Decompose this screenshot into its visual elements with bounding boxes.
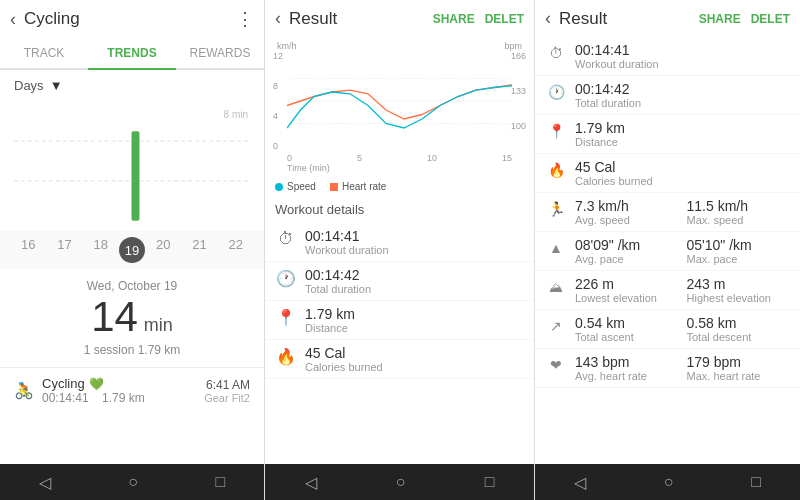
filter-dropdown[interactable]: ▼: [50, 78, 63, 93]
workout-item-distance: 📍 1.79 km Distance: [265, 301, 534, 340]
chart2-svg: [287, 51, 512, 151]
result-speedometer-icon: 🏃: [545, 198, 567, 220]
panel2-header: ‹ Result SHARE DELET: [265, 0, 534, 37]
chart2-x-0: 0: [287, 153, 292, 163]
date-19-selected[interactable]: 19: [119, 237, 145, 263]
result-dist-label: Distance: [575, 136, 790, 148]
result-descent-col: 0.58 km Total descent: [679, 315, 791, 343]
result-items: ⏱ 00:14:41 Workout duration 🕐 00:14:42 T…: [535, 37, 800, 464]
result-maxhr-value: 179 bpm: [687, 354, 791, 370]
result-duration-label: Workout duration: [575, 58, 790, 70]
panel1-bottom-nav: ◁ ○ □: [0, 464, 264, 500]
date-22[interactable]: 22: [218, 237, 254, 263]
panel2-back-icon[interactable]: ‹: [275, 8, 281, 29]
chart2-y-8: 8: [273, 81, 283, 91]
fire-icon: 🔥: [275, 345, 297, 367]
chart2-y-12: 12: [273, 51, 283, 61]
panel3-title: Result: [559, 9, 699, 29]
date-nav: 16 17 18 19 20 21 22: [0, 231, 264, 269]
result-avghr-value: 143 bpm: [575, 354, 679, 370]
result-avghr-col: 143 bpm Avg. heart rate: [575, 354, 679, 382]
result-avgspeed-value: 7.3 km/h: [575, 198, 679, 214]
stats-unit: min: [144, 315, 173, 336]
pin-icon: 📍: [275, 306, 297, 328]
workout-calories-info: 45 Cal Calories burned: [305, 345, 383, 373]
chart2-y-100: 100: [511, 121, 526, 131]
panel3-actions: SHARE DELET: [699, 12, 790, 26]
session-source: Gear Fit2: [204, 392, 250, 404]
result-maxhr-col: 179 bpm Max. heart rate: [679, 354, 791, 382]
workout-distance-info: 1.79 km Distance: [305, 306, 355, 334]
nav-back-icon[interactable]: ◁: [39, 473, 51, 492]
panel3-nav-apps-icon[interactable]: □: [751, 473, 761, 491]
result-ascent: ↗ 0.54 km Total ascent 0.58 km Total des…: [535, 310, 800, 349]
panel2-nav-apps-icon[interactable]: □: [485, 473, 495, 491]
stats-date: Wed, October 19: [14, 279, 250, 293]
panel3-nav-back-icon[interactable]: ◁: [574, 473, 586, 492]
nav-home-icon[interactable]: ○: [128, 473, 138, 491]
chart2-y-166: 166: [511, 51, 526, 61]
panel3-bottom-nav: ◁ ○ □: [535, 464, 800, 500]
panel1-back-icon[interactable]: ‹: [10, 9, 16, 30]
chart2-y-label-kmh: km/h: [277, 41, 297, 51]
result-maxspeed-label: Max. speed: [687, 214, 791, 226]
result-maxspeed-value: 11.5 km/h: [687, 198, 791, 214]
session-title: Cycling: [42, 376, 85, 391]
tab-trends[interactable]: TRENDS: [88, 38, 176, 70]
panel2-bottom-nav: ◁ ○ □: [265, 464, 534, 500]
date-21[interactable]: 21: [181, 237, 217, 263]
result-ascent-value: 0.54 km: [575, 315, 679, 331]
result-lowestelev-col: 226 m Lowest elevation: [575, 276, 679, 304]
result-maxpace-value: 05'10" /km: [687, 237, 791, 253]
session-time: 6:41 AM Gear Fit2: [204, 378, 250, 404]
result-cal-label: Calories burned: [575, 175, 790, 187]
session-distance: 1.79 km: [102, 391, 145, 405]
date-17[interactable]: 17: [46, 237, 82, 263]
result-descent-label: Total descent: [687, 331, 791, 343]
chart2-y-133: 133: [511, 86, 526, 96]
date-20[interactable]: 20: [145, 237, 181, 263]
tab-track[interactable]: TRACK: [0, 38, 88, 68]
session-cycling-icon: 🚴: [14, 381, 34, 400]
panel3-back-icon[interactable]: ‹: [545, 8, 551, 29]
workout-duration-label: Workout duration: [305, 244, 389, 256]
panel3-share-btn[interactable]: SHARE: [699, 12, 741, 26]
workout-total-duration-label: Total duration: [305, 283, 371, 295]
panel3-nav-home-icon[interactable]: ○: [664, 473, 674, 491]
result-descent-value: 0.58 km: [687, 315, 791, 331]
panel1-more-icon[interactable]: ⋮: [236, 8, 254, 30]
tab-rewards[interactable]: REWARDS: [176, 38, 264, 68]
result-ascent-icon: ↗: [545, 315, 567, 337]
panel2-share-btn[interactable]: SHARE: [433, 12, 475, 26]
chart2-y-label-bpm: bpm: [504, 41, 522, 51]
session-row[interactable]: 🚴 Cycling 💚 00:14:41 1.79 km 6:41 AM Gea…: [0, 367, 264, 413]
session-details: 00:14:41 1.79 km: [42, 391, 204, 405]
result-total-duration: 🕐 00:14:42 Total duration: [535, 76, 800, 115]
nav-apps-icon[interactable]: □: [216, 473, 226, 491]
result-elevation-icon: ⛰: [545, 276, 567, 298]
result-ascent-label: Total ascent: [575, 331, 679, 343]
panel2-nav-home-icon[interactable]: ○: [396, 473, 406, 491]
chart2-x-10: 10: [427, 153, 437, 163]
result-heartrate: ❤ 143 bpm Avg. heart rate 179 bpm Max. h…: [535, 349, 800, 388]
panel3-delete-btn[interactable]: DELET: [751, 12, 790, 26]
date-16[interactable]: 16: [10, 237, 46, 263]
result-ascent-col: 0.54 km Total ascent: [575, 315, 679, 343]
workout-distance-label: Distance: [305, 322, 355, 334]
result-maxspeed-col: 11.5 km/h Max. speed: [679, 198, 791, 226]
result-duration-value: 00:14:41: [575, 42, 790, 58]
panel2-delete-btn[interactable]: DELET: [485, 12, 524, 26]
result-timer-icon: ⏱: [545, 42, 567, 64]
result-duration-col: 00:14:41 Workout duration: [575, 42, 790, 70]
result-total-label: Total duration: [575, 97, 790, 109]
stats-section: Wed, October 19 14 min 1 session 1.79 km: [0, 269, 264, 367]
result-maxpace-label: Max. pace: [687, 253, 791, 265]
panel2-title: Result: [289, 9, 433, 29]
workout-item-calories: 🔥 45 Cal Calories burned: [265, 340, 534, 379]
date-18[interactable]: 18: [83, 237, 119, 263]
stats-sub: 1 session 1.79 km: [14, 343, 250, 357]
panel2-nav-back-icon[interactable]: ◁: [305, 473, 317, 492]
result-highestelev-col: 243 m Highest elevation: [679, 276, 791, 304]
result-dist-value: 1.79 km: [575, 120, 790, 136]
result-fire-icon: 🔥: [545, 159, 567, 181]
